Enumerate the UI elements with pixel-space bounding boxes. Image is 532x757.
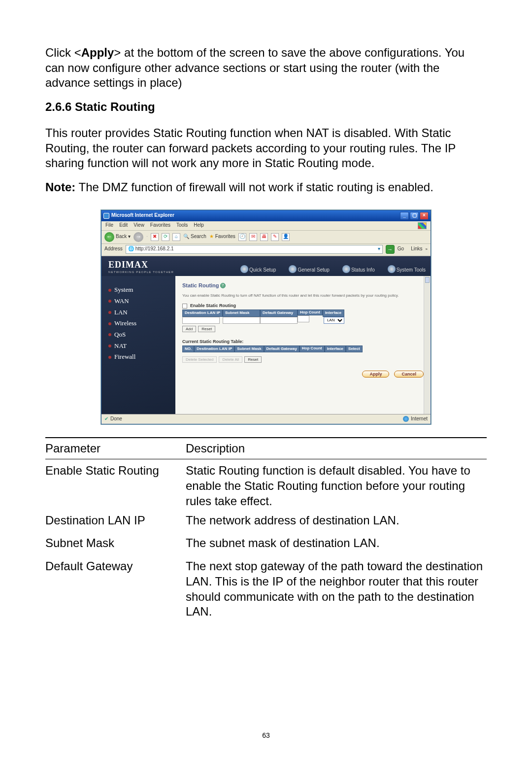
sidebar-item-lan[interactable]: LAN: [108, 309, 175, 317]
menu-favorites[interactable]: Favorites: [150, 222, 170, 229]
col2-select: Select: [346, 345, 363, 352]
current-table: NO. Destination LAN IP Subnet Mask Defau…: [182, 345, 424, 352]
brand-logo: EDIMAX: [108, 259, 174, 271]
col2-dest: Destination LAN IP: [194, 345, 234, 352]
menu-help[interactable]: Help: [194, 222, 204, 229]
close-button[interactable]: ×: [420, 212, 429, 220]
col-subnet: Subnet Mask: [223, 310, 260, 316]
ptable-header-description: Description: [186, 441, 487, 456]
sidebar-item-label: Firewall: [114, 353, 135, 361]
delete-selected-button[interactable]: Delete Selected: [182, 356, 217, 363]
interface-select[interactable]: LAN: [324, 317, 344, 324]
apply-button[interactable]: Apply: [362, 371, 389, 378]
screenshot-figure: Microsoft Internet Explorer _ ▢ × File E…: [45, 210, 487, 424]
menu-edit[interactable]: Edit: [119, 222, 128, 229]
sidebar-item-label: QoS: [114, 331, 126, 339]
intro-apply-word: Apply: [81, 46, 114, 59]
sidebar-item-system[interactable]: System: [108, 286, 175, 294]
section-text: This router provides Static Routing func…: [45, 126, 487, 171]
content-desc: You can enable Static Routing to turn of…: [182, 293, 424, 298]
ptable-desc: The subnet mask of destination LAN.: [186, 536, 487, 551]
col-gateway: Default Gateway: [260, 310, 298, 316]
subnet-input[interactable]: [223, 317, 260, 324]
edit-icon[interactable]: ✎: [271, 233, 279, 241]
input-table: Destination LAN IP Subnet Mask Default G…: [182, 310, 424, 323]
minimize-button[interactable]: _: [400, 212, 409, 220]
messenger-icon[interactable]: 👤: [282, 233, 290, 241]
intro-paragraph: Click <Apply> at the bottom of the scree…: [45, 45, 487, 91]
add-button[interactable]: Add: [182, 326, 196, 332]
menu-file[interactable]: File: [105, 222, 113, 229]
menu-view[interactable]: View: [133, 222, 144, 229]
back-button[interactable]: ←Back ▾: [104, 232, 131, 242]
ptable-param: Enable Static Routing: [45, 463, 186, 479]
page-banner: EDIMAX NETWORKING PEOPLE TOGETHER Quick …: [101, 256, 431, 276]
mail-icon[interactable]: ✉: [249, 233, 257, 241]
dest-ip-input[interactable]: [182, 317, 220, 324]
links-label[interactable]: Links: [411, 246, 422, 252]
go-label: Go: [398, 246, 404, 252]
gateway-input[interactable]: [260, 317, 298, 324]
search-label: Search: [191, 234, 206, 240]
search-button[interactable]: 🔍Search: [183, 234, 206, 240]
note-label: Note:: [45, 180, 75, 194]
history-icon[interactable]: 🕘: [238, 233, 246, 241]
scrollbar-thumb[interactable]: [425, 277, 430, 283]
nav-status-info[interactable]: Status Info: [342, 267, 375, 274]
sidebar-item-label: WAN: [114, 297, 129, 306]
home-icon[interactable]: ⌂: [172, 233, 180, 241]
col2-iface: Interface: [325, 345, 346, 352]
menu-tools[interactable]: Tools: [176, 222, 188, 229]
page-body: EDIMAX NETWORKING PEOPLE TOGETHER Quick …: [101, 256, 431, 414]
col2-no: NO.: [182, 345, 194, 352]
col2-gateway: Default Gateway: [264, 345, 299, 352]
nav-quick-setup[interactable]: Quick Setup: [240, 267, 276, 274]
reset-button-2[interactable]: Reset: [244, 356, 262, 363]
ptable-desc: The next stop gateway of the path toward…: [186, 559, 487, 619]
favorites-label: Favorites: [215, 234, 235, 240]
print-icon[interactable]: 🖶: [260, 233, 268, 241]
address-label: Address: [104, 246, 123, 252]
maximize-button[interactable]: ▢: [410, 212, 419, 220]
reset-button-1[interactable]: Reset: [198, 326, 215, 332]
sidebar-item-wan[interactable]: WAN: [108, 297, 175, 306]
forward-button[interactable]: →: [133, 232, 143, 242]
sidebar-item-label: NAT: [114, 342, 127, 350]
top-nav: Quick Setup General Setup Status Info Sy…: [240, 267, 426, 275]
delete-all-button[interactable]: Delete All: [219, 356, 242, 363]
stop-icon[interactable]: ✖: [151, 233, 159, 241]
sidebar-item-qos[interactable]: QoS: [108, 331, 175, 339]
page-number: 63: [0, 731, 532, 740]
window-title: Microsoft Internet Explorer: [111, 212, 174, 219]
col2-hop: Hop Count: [299, 345, 325, 352]
go-button[interactable]: →: [386, 245, 395, 254]
col-hop: Hop Count: [298, 310, 323, 315]
enable-label: Enable Static Routing: [190, 303, 236, 309]
toolbar: ←Back ▾ → · ✖ ⟳ ⌂ 🔍Search ★Favorites 🕘 ✉…: [101, 231, 431, 244]
content-title: Static Routing: [182, 282, 219, 289]
ie-window: Microsoft Internet Explorer _ ▢ × File E…: [101, 210, 431, 424]
nav-general-setup[interactable]: General Setup: [289, 267, 330, 274]
scrollbar[interactable]: [424, 276, 431, 413]
cancel-button[interactable]: Cancel: [394, 371, 424, 378]
sidebar-item-firewall[interactable]: Firewall: [108, 353, 175, 361]
brand-tagline: NETWORKING PEOPLE TOGETHER: [108, 271, 174, 275]
refresh-icon[interactable]: ⟳: [162, 233, 169, 241]
sidebar-item-nat[interactable]: NAT: [108, 342, 175, 350]
throbber-icon: [418, 222, 427, 229]
hop-input[interactable]: [298, 315, 309, 322]
address-value: http://192.168.2.1: [135, 246, 174, 252]
favorites-button[interactable]: ★Favorites: [209, 234, 235, 240]
sidebar-item-wireless[interactable]: Wireless: [108, 319, 175, 328]
status-zone: Internet: [411, 416, 428, 422]
enable-static-routing-checkbox[interactable]: [182, 304, 187, 309]
section-heading: 2.6.6 Static Routing: [45, 100, 487, 115]
sidebar-item-label: System: [114, 286, 133, 294]
help-icon[interactable]: ?: [220, 283, 226, 288]
address-input[interactable]: 🌐 http://192.168.2.1 ▾: [126, 245, 383, 254]
ptable-param: Subnet Mask: [45, 536, 186, 551]
note-text: The DMZ function of firewall will not wo…: [75, 180, 433, 194]
nav-system-tools[interactable]: System Tools: [388, 267, 426, 274]
ptable-desc: The network address of destination LAN.: [186, 513, 487, 528]
internet-zone-icon: [403, 416, 409, 422]
